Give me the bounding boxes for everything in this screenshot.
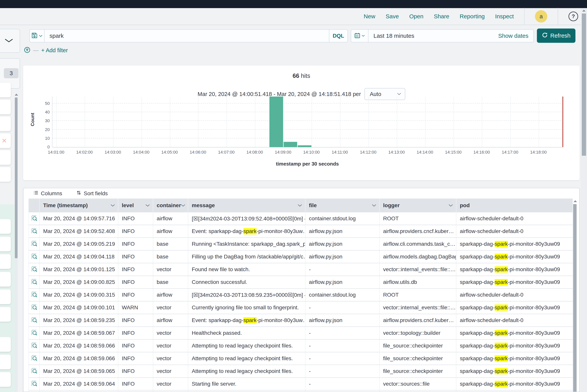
date-quick-select-button[interactable]	[351, 30, 368, 42]
x-tick-label: 14:03:00	[96, 150, 129, 155]
sidebar-field-card[interactable]: ✕	[0, 133, 11, 148]
sidebar-field-card[interactable]	[0, 150, 11, 165]
cell-container: base	[153, 238, 188, 250]
table-row: Mar 20, 2024 @ 14:09:00.315INFOairflow[☒…	[28, 289, 573, 302]
refresh-button[interactable]: Refresh	[537, 28, 576, 43]
table-scrollbar-thumb[interactable]	[573, 204, 576, 392]
sidebar-field-card[interactable]	[0, 116, 11, 131]
cell-level: INFO	[118, 238, 153, 250]
chevron-down-icon[interactable]	[449, 204, 453, 207]
search-bar: DQL	[30, 29, 348, 42]
nav-reporting[interactable]: Reporting	[460, 13, 485, 20]
histogram-bar[interactable]	[298, 145, 312, 147]
table-header-row: Time (timestamp)levelcontainermessagefil…	[28, 198, 573, 212]
cell-level: INFO	[118, 250, 153, 263]
chevron-down-icon[interactable]	[146, 204, 150, 207]
chevron-down-icon[interactable]	[372, 204, 376, 207]
cell-message: Event: sparkapp-dag-spark-pi-monitor-80y…	[188, 225, 306, 238]
sidebar-field-card[interactable]	[0, 100, 11, 114]
table-header-logger[interactable]: logger	[380, 198, 456, 212]
chevron-down-icon[interactable]	[298, 204, 302, 207]
cell-file: -	[306, 352, 380, 365]
table-scroll-up-icon[interactable]	[574, 200, 577, 202]
filter-icon[interactable]	[24, 47, 30, 54]
inspect-document-button[interactable]	[28, 263, 40, 276]
inspect-document-button[interactable]	[28, 238, 40, 250]
inspect-document-button[interactable]	[28, 289, 40, 301]
cell-logger: vector::internal_events::file::…	[380, 263, 456, 276]
columns-icon	[33, 190, 38, 197]
sidebar-field-card[interactable]	[0, 354, 11, 369]
highlighted-term: spark	[495, 381, 508, 387]
nav-inspect[interactable]: Inspect	[495, 13, 514, 20]
sidebar-field-card[interactable]	[0, 219, 11, 234]
nav-open[interactable]: Open	[409, 13, 424, 20]
sidebar-field-card[interactable]	[0, 290, 11, 304]
histogram-plot[interactable]	[52, 96, 563, 148]
inspect-icon	[31, 380, 38, 388]
cell-pod: airflow-scheduler-default-0	[456, 289, 573, 301]
column-label: message	[192, 202, 215, 208]
cell-pod: airflow-scheduler-default-0	[456, 212, 573, 225]
sidebar-scroll-up-icon[interactable]	[15, 94, 18, 96]
cell-pod: sparkapp-dag-spark-pi-monitor-80y3uw09	[456, 365, 573, 377]
inspect-document-button[interactable]	[28, 390, 40, 392]
highlighted-term: spark	[495, 266, 508, 272]
chevron-down-icon[interactable]	[181, 204, 185, 207]
histogram-bar[interactable]	[284, 142, 297, 147]
sidebar-field-card[interactable]	[0, 83, 11, 97]
add-filter-button[interactable]: + Add filter	[41, 47, 68, 54]
inspect-document-button[interactable]	[28, 378, 40, 390]
nav-share[interactable]: Share	[434, 13, 449, 20]
histogram-bar[interactable]	[270, 96, 283, 147]
inspect-document-button[interactable]	[28, 212, 40, 225]
sidebar-field-card[interactable]	[0, 337, 11, 352]
sidebar-field-card[interactable]	[0, 254, 11, 269]
table-header-time[interactable]: Time (timestamp)	[40, 198, 118, 212]
inspect-document-button[interactable]	[28, 340, 40, 352]
nav-new[interactable]: New	[364, 13, 375, 20]
sidebar-collapsed-panel[interactable]	[0, 29, 20, 53]
cell-pod: sparkapp-dag-spark-pi-monitor-80y3uw09	[456, 250, 573, 263]
page-scroll-up-icon[interactable]	[582, 10, 586, 12]
cell-file: airflow.py.json	[306, 314, 380, 326]
table-header-file[interactable]: file	[306, 198, 380, 212]
highlighted-term: spark	[495, 241, 508, 247]
inspect-icon	[31, 329, 38, 337]
sidebar-field-card[interactable]	[0, 237, 11, 251]
time-range-value[interactable]: Last 18 minutes	[368, 32, 498, 39]
inspect-document-button[interactable]	[28, 276, 40, 288]
sidebar-field-card[interactable]	[0, 272, 11, 286]
inspect-document-button[interactable]	[28, 365, 40, 377]
inspect-document-button[interactable]	[28, 352, 40, 365]
sidebar-field-card[interactable]	[0, 372, 11, 387]
table-row: Mar 20, 2024 @ 14:09:01.125INFOvectorFou…	[28, 263, 573, 276]
page-scrollbar-thumb[interactable]	[582, 14, 586, 156]
inspect-document-button[interactable]	[28, 250, 40, 263]
table-header-level[interactable]: level	[118, 198, 153, 212]
inspect-document-button[interactable]	[28, 314, 40, 326]
cell-time: Mar 20, 2024 @ 14:08:59.066	[40, 340, 118, 352]
saved-query-menu-button[interactable]	[30, 30, 44, 42]
sidebar-scrollbar-thumb[interactable]	[15, 98, 18, 258]
inspect-document-button[interactable]	[28, 225, 40, 238]
query-language-button[interactable]: DQL	[329, 30, 348, 42]
sidebar-field-card[interactable]	[0, 167, 11, 182]
chevron-down-icon[interactable]	[110, 204, 115, 207]
table-header-message[interactable]: message	[188, 198, 306, 212]
inspect-document-button[interactable]	[28, 327, 40, 339]
columns-button[interactable]: Columns	[33, 190, 62, 197]
show-dates-button[interactable]: Show dates	[498, 32, 534, 39]
cell-level: INFO	[118, 225, 153, 238]
help-icon[interactable]: ?	[568, 12, 578, 21]
table-header-container[interactable]: container	[153, 198, 188, 212]
inspect-document-button[interactable]	[28, 302, 40, 314]
nav-save[interactable]: Save	[386, 13, 399, 20]
user-avatar[interactable]: a	[535, 10, 547, 22]
table-header-pod[interactable]: pod	[456, 198, 573, 212]
sidebar-field-card[interactable]	[0, 307, 11, 322]
sort-fields-button[interactable]: Sort fields	[76, 190, 108, 197]
remove-field-icon[interactable]: ✕	[2, 137, 7, 144]
search-input[interactable]	[44, 30, 329, 42]
grid-line	[52, 112, 563, 112]
